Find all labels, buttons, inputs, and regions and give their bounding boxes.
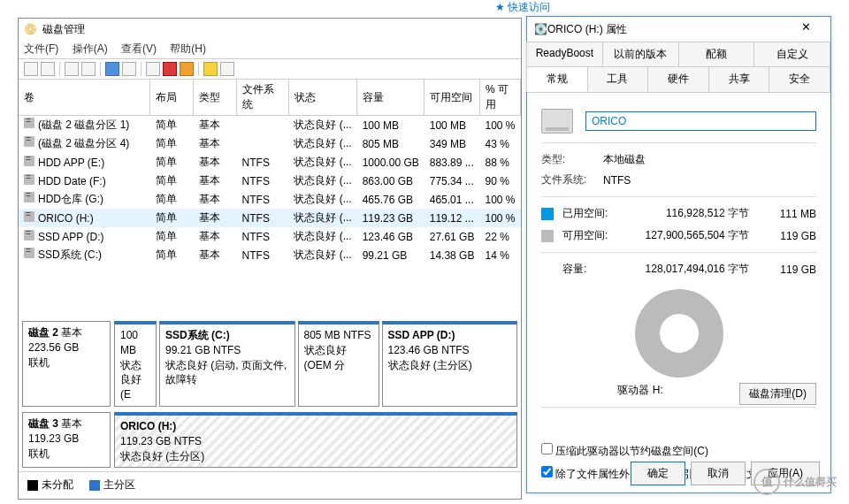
col-vol[interactable]: 卷 (19, 80, 150, 116)
col-status[interactable]: 状态 (288, 80, 356, 116)
col-pct[interactable]: % 可用 (479, 80, 520, 116)
tab-readyboost[interactable]: ReadyBoost (526, 42, 603, 66)
compress-checkbox[interactable]: 压缩此驱动器以节约磁盘空间(C) (541, 443, 816, 459)
free-label: 可用空间: (562, 228, 619, 243)
menu-file[interactable]: 文件(F) (24, 42, 58, 55)
close-icon[interactable]: ✕ (788, 20, 823, 38)
disk-cleanup-button[interactable]: 磁盘清理(D) (739, 383, 816, 405)
dm-toolbar (19, 58, 521, 80)
col-type[interactable]: 类型 (194, 80, 237, 116)
disk2-part2[interactable]: SSD系统 (C:)99.21 GB NTFS状态良好 (启动, 页面文件, 故… (159, 321, 295, 407)
tab-tools[interactable]: 工具 (587, 66, 649, 92)
ok-button[interactable]: 确定 (631, 462, 685, 485)
tb-sep (100, 62, 101, 76)
drive-icon: 💽 (534, 23, 547, 35)
tb-sep (141, 62, 142, 76)
table-row[interactable]: SSD APP (D:)简单基本NTFS状态良好 (...123.46 GB27… (19, 227, 521, 246)
dm-menubar: 文件(F) 操作(A) 查看(V) 帮助(H) (19, 40, 521, 58)
table-row[interactable]: SSD系统 (C:)简单基本NTFS状态良好 (...99.21 GB14.38… (19, 246, 521, 264)
disk2-row: 磁盘 2 基本 223.56 GB 联机 100 MB状态良好 (E SSD系统… (22, 321, 517, 407)
tab-previous[interactable]: 以前的版本 (602, 42, 679, 66)
disk3-row: 磁盘 3 基本 119.23 GB 联机 ORICO (H:)119.23 GB… (22, 412, 517, 468)
tb-refresh-icon[interactable] (122, 62, 136, 76)
tab-custom[interactable]: 自定义 (753, 42, 830, 66)
fs-label: 文件系统: (541, 172, 603, 187)
disk2-part3[interactable]: 805 MB NTFS状态良好 (OEM 分 (298, 321, 379, 407)
table-row[interactable]: HDD仓库 (G:)简单基本NTFS状态良好 (...465.76 GB465.… (19, 190, 521, 209)
tb-view1-icon[interactable] (65, 62, 79, 76)
legend-unalloc-swatch (27, 480, 38, 491)
free-swatch (541, 230, 554, 242)
tab-sharing[interactable]: 共享 (708, 66, 770, 92)
used-label: 已用空间: (562, 206, 619, 221)
table-row[interactable]: HDD APP (E:)简单基本NTFS状态良好 (...1000.00 GB8… (19, 153, 521, 172)
tab-general[interactable]: 常规 (526, 66, 588, 92)
disk2-label[interactable]: 磁盘 2 基本 223.56 GB 联机 (22, 321, 111, 407)
watermark: 值什么值得买 (753, 469, 837, 495)
free-size: 119 GB (765, 230, 816, 242)
table-row[interactable]: HDD Date (F:)简单基本NTFS状态良好 (...863.00 GB7… (19, 172, 521, 190)
prop-body: 类型:本地磁盘 文件系统:NTFS 已用空间: 116,928,512 字节 1… (527, 93, 830, 500)
table-row[interactable]: (磁盘 2 磁盘分区 4)简单基本状态良好 (...805 MB349 MB43… (19, 134, 521, 153)
disk2-part1[interactable]: 100 MB状态良好 (E (114, 321, 157, 407)
used-bytes: 116,928,512 字节 (619, 206, 765, 221)
volume-name-input[interactable] (585, 111, 816, 131)
legend-primary-swatch (89, 480, 100, 491)
quickaccess-link[interactable]: 快速访问 (495, 0, 550, 15)
tb-action-icon[interactable] (180, 62, 194, 76)
tb-folder-icon[interactable] (203, 62, 218, 76)
disk3-part1[interactable]: ORICO (H:)119.23 GB NTFS状态良好 (主分区) (114, 412, 517, 468)
drive-large-icon (541, 109, 573, 134)
prop-tabs-row1: ReadyBoost 以前的版本 配额 自定义 (527, 42, 830, 66)
disk-management-window: 📀 磁盘管理 文件(F) 操作(A) 查看(V) 帮助(H) 卷 布局 类型 文… (18, 18, 522, 500)
tab-security[interactable]: 安全 (769, 66, 830, 92)
col-layout[interactable]: 布局 (150, 80, 194, 116)
tb-prop-icon[interactable] (220, 62, 234, 76)
tb-help-icon[interactable] (105, 62, 119, 76)
tb-delete-icon[interactable] (163, 62, 177, 76)
fs-value: NTFS (603, 174, 816, 187)
watermark-icon: 值 (753, 469, 780, 495)
tb-fwd-icon[interactable] (41, 62, 55, 76)
used-swatch (541, 208, 554, 220)
cap-size: 119 GB (765, 263, 816, 276)
menu-view[interactable]: 查看(V) (121, 42, 157, 55)
type-label: 类型: (541, 152, 603, 167)
menu-action[interactable]: 操作(A) (73, 42, 108, 55)
tb-view2-icon[interactable] (81, 62, 96, 76)
disk2-part4[interactable]: SSD APP (D:)123.46 GB NTFS状态良好 (主分区) (382, 321, 518, 407)
legend: 未分配 主分区 (19, 471, 521, 498)
volume-table: 卷 布局 类型 文件系统 状态 容量 可用空间 % 可用 (磁盘 2 磁盘分区 … (19, 80, 521, 264)
col-cap[interactable]: 容量 (357, 80, 424, 116)
tab-hardware[interactable]: 硬件 (647, 66, 709, 92)
table-row[interactable]: (磁盘 2 磁盘分区 1)简单基本状态良好 (...100 MB100 MB10… (19, 116, 521, 135)
cap-bytes: 128,017,494,016 字节 (619, 262, 765, 277)
used-size: 111 MB (765, 208, 816, 220)
tb-sep (59, 62, 60, 76)
prop-tabs-row2: 常规 工具 硬件 共享 安全 (527, 66, 830, 93)
cancel-button[interactable]: 取消 (691, 462, 746, 485)
properties-dialog: 💽 ORICO (H:) 属性 ✕ ReadyBoost 以前的版本 配额 自定… (526, 16, 831, 493)
col-free[interactable]: 可用空间 (424, 80, 480, 116)
table-row[interactable]: ORICO (H:)简单基本NTFS状态良好 (...119.23 GB119.… (19, 209, 521, 227)
menu-help[interactable]: 帮助(H) (170, 42, 206, 55)
type-value: 本地磁盘 (603, 152, 816, 167)
dm-app-icon: 📀 (24, 23, 37, 35)
prop-title: ORICO (H:) 属性 (547, 22, 788, 37)
dm-titlebar: 📀 磁盘管理 (19, 19, 521, 40)
prop-titlebar: 💽 ORICO (H:) 属性 ✕ (527, 17, 830, 42)
tb-sep (198, 62, 199, 76)
tb-back-icon[interactable] (24, 62, 38, 76)
usage-donut-chart (635, 289, 723, 378)
tb-search-icon[interactable] (146, 62, 160, 76)
col-fs[interactable]: 文件系统 (237, 80, 289, 116)
tab-quota[interactable]: 配额 (678, 42, 755, 66)
cap-label: 容量: (562, 262, 619, 277)
dm-title-text: 磁盘管理 (42, 22, 85, 37)
disk-diagrams: 磁盘 2 基本 223.56 GB 联机 100 MB状态良好 (E SSD系统… (19, 317, 521, 471)
free-bytes: 127,900,565,504 字节 (619, 228, 765, 243)
disk3-label[interactable]: 磁盘 3 基本 119.23 GB 联机 (22, 412, 111, 468)
